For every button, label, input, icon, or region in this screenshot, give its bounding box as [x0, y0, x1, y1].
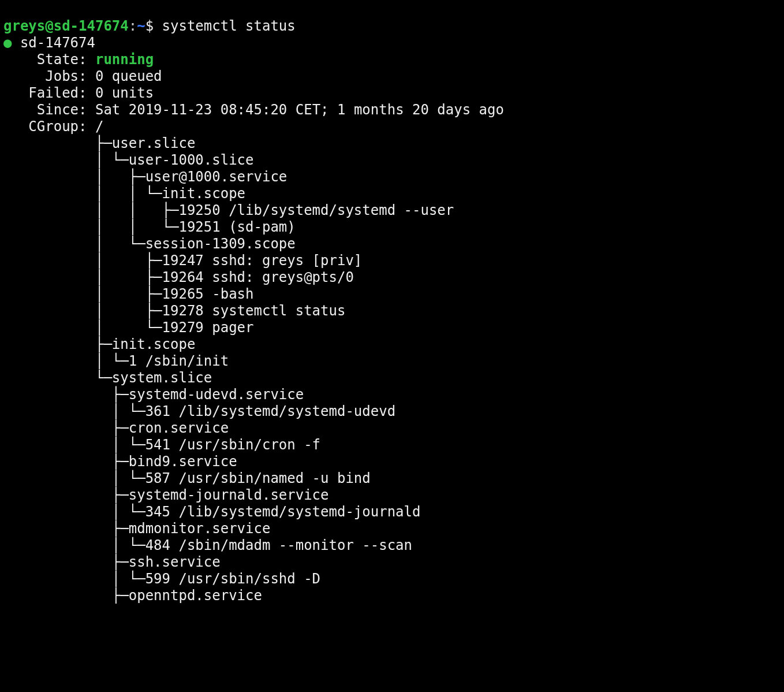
- tree-line: │ └─1 /sbin/init: [3, 353, 229, 369]
- prompt-dollar: $: [145, 18, 162, 34]
- tree-line: │ ├─user@1000.service: [3, 169, 287, 185]
- tree-line: ├─openntpd.service: [3, 587, 262, 604]
- tree-line: │ └─361 /lib/systemd/systemd-udevd: [3, 403, 395, 419]
- tree-line: │ ├─19264 sshd: greys@pts/0: [3, 269, 354, 285]
- prompt-path: ~: [137, 18, 145, 34]
- tree-line: │ ├─19278 systemctl status: [3, 303, 345, 319]
- failed-line: Failed: 0 units: [3, 85, 154, 101]
- prompt-at: @: [45, 18, 53, 34]
- failed-label: Failed:: [3, 85, 95, 101]
- failed-value: 0 units: [95, 85, 154, 101]
- jobs-value: 0 queued: [95, 68, 162, 84]
- since-value: Sat 2019-11-23 08:45:20 CET; 1 months 20…: [95, 102, 504, 118]
- tree-line: ├─bind9.service: [3, 453, 237, 470]
- tree-line: ├─systemd-udevd.service: [3, 386, 304, 403]
- tree-line: │ ├─19265 -bash: [3, 286, 253, 302]
- tree-line: │ └─19279 pager: [3, 319, 253, 336]
- status-hostname: sd-147674: [12, 35, 95, 51]
- tree-line: │ └─541 /usr/sbin/cron -f: [3, 437, 320, 453]
- jobs-label: Jobs:: [3, 68, 95, 84]
- tree-line: │ └─587 /usr/sbin/named -u bind: [3, 470, 371, 486]
- tree-line: │ │ └─init.scope: [3, 185, 245, 202]
- tree-line: │ │ ├─19250 /lib/systemd/systemd --user: [3, 202, 454, 218]
- tree-line: ├─cron.service: [3, 420, 229, 436]
- prompt-colon: :: [129, 18, 137, 34]
- jobs-line: Jobs: 0 queued: [3, 68, 162, 84]
- cgroup-label: CGroup:: [3, 118, 95, 135]
- tree-line: ├─user.slice: [3, 135, 195, 151]
- tree-line: │ ├─19247 sshd: greys [priv]: [3, 252, 362, 269]
- cgroup-value: /: [95, 118, 103, 135]
- since-line: Since: Sat 2019-11-23 08:45:20 CET; 1 mo…: [3, 102, 504, 118]
- cgroup-line: CGroup: /: [3, 118, 103, 135]
- state-value: running: [95, 51, 154, 68]
- command-text: systemctl status: [162, 18, 296, 34]
- tree-line: │ └─session-1309.scope: [3, 236, 296, 252]
- tree-line: │ └─345 /lib/systemd/systemd-journald: [3, 504, 420, 520]
- tree-line: └─system.slice: [3, 370, 212, 386]
- tree-line: ├─systemd-journald.service: [3, 487, 329, 503]
- prompt-user: greys: [3, 18, 45, 34]
- state-line: State: running: [3, 51, 154, 68]
- tree-line: ├─mdmonitor.service: [3, 520, 270, 537]
- tree-line: ├─init.scope: [3, 336, 195, 352]
- tree-line: │ └─user-1000.slice: [3, 152, 253, 168]
- status-host-line: ● sd-147674: [3, 35, 95, 51]
- tree-line: │ └─484 /sbin/mdadm --monitor --scan: [3, 537, 412, 553]
- prompt-line: greys@sd-147674:~$ systemctl status: [3, 18, 296, 34]
- prompt-host: sd-147674: [54, 18, 129, 34]
- status-dot-icon: ●: [3, 35, 12, 51]
- tree-line: │ │ └─19251 (sd-pam): [3, 219, 296, 235]
- since-label: Since:: [3, 102, 95, 118]
- terminal-output[interactable]: greys@sd-147674:~$ systemctl status ● sd…: [0, 0, 784, 604]
- state-label: State:: [3, 51, 95, 68]
- tree-line: ├─ssh.service: [3, 554, 221, 570]
- tree-line: │ └─599 /usr/sbin/sshd -D: [3, 571, 320, 587]
